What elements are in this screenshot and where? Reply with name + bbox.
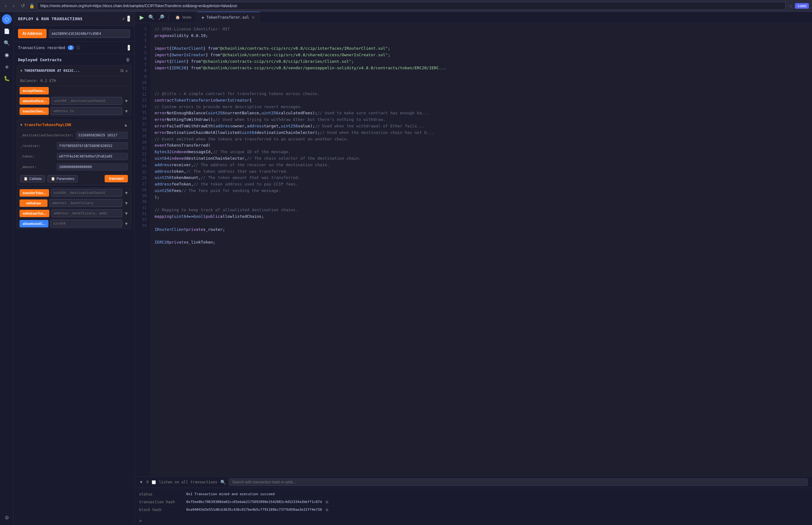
more-functions-section: transferToke... ▼ withdraw ▼ withdrawTok…	[17, 187, 131, 229]
contract-name: TOKENTRANSFEROR AT 0X22C...	[24, 69, 118, 73]
info-icon[interactable]: ⓘ	[76, 45, 80, 50]
run-button[interactable]: ▶	[138, 14, 146, 21]
transfer-toke-input[interactable]	[51, 189, 122, 197]
deployed-contracts-header: Deployed Contracts 🗑	[14, 54, 135, 65]
withdraw-button[interactable]: withdraw	[19, 199, 47, 207]
deploy-icon-button[interactable]: ◉	[2, 50, 12, 60]
contract-copy-icon[interactable]: ⧉	[121, 68, 124, 73]
status-row: status 0x1 Transaction mined and executi…	[139, 491, 808, 498]
magnify-button[interactable]: 🔎	[157, 14, 166, 20]
lock-icon: 🔒	[29, 3, 34, 9]
withdraw-tok-button[interactable]: withdrawTok...	[19, 210, 49, 217]
code-line: uint64 indexed destinationChainSelector,…	[150, 155, 812, 162]
plugin-icon-button[interactable]: ◈	[2, 61, 12, 72]
tx-results: status 0x1 Transaction mined and executi…	[135, 488, 812, 516]
search-code-button[interactable]: 🔍	[147, 14, 156, 20]
deploy-header: DEPLOY & RUN TRANSACTIONS ✓ ›	[14, 12, 135, 26]
code-line: error NotEnoughBalance(uint256 currentBa…	[150, 110, 812, 117]
withdraw-tok-input[interactable]	[51, 209, 123, 217]
contract-close-icon[interactable]: ✕	[125, 68, 128, 73]
at-address-button[interactable]: At Address	[18, 29, 47, 38]
tx-search-icon[interactable]: 🔍	[220, 480, 226, 485]
code-line	[150, 201, 812, 207]
param-amount-label: _amount:	[20, 165, 54, 169]
browser-bar: ‹ › ↺ 🔒 ☆ same	[0, 0, 812, 12]
tx-hash-copy-button[interactable]: ⧉	[326, 500, 328, 504]
withdraw-expand[interactable]: ▼	[124, 201, 128, 206]
parameters-button[interactable]: 📋 Parameters	[47, 175, 78, 182]
transfer-own-expand[interactable]: ▼	[124, 109, 128, 114]
at-address-input[interactable]	[49, 30, 130, 38]
tx-search-input[interactable]	[229, 478, 808, 486]
allowlisted-c-input[interactable]	[50, 220, 122, 227]
allowlisted-c-expand[interactable]: ▼	[124, 221, 128, 226]
withdraw-input[interactable]	[49, 199, 122, 207]
code-line: // Event emitted when the tokens are tra…	[150, 136, 812, 142]
accept-owner-button[interactable]: acceptOwne...	[19, 87, 49, 94]
search-icon-button[interactable]: 🔍	[2, 38, 12, 48]
deploy-expand-button[interactable]: ›	[127, 16, 130, 22]
param-receiver-input[interactable]	[57, 142, 128, 149]
transaction-count-badge: 2	[68, 45, 74, 50]
settings-icon-button[interactable]: ⚙	[2, 513, 12, 523]
bottom-prompt[interactable]: >	[135, 516, 812, 525]
check-icon: ✓	[122, 16, 125, 21]
bookmark-icon[interactable]: ☆	[789, 3, 793, 9]
files-icon-button[interactable]: 📄	[2, 26, 12, 36]
tab-close-button[interactable]: ✕	[251, 15, 255, 20]
param-receiver-row: _receiver:	[17, 141, 131, 151]
code-line: // Mapping to keep track of allowlisted …	[150, 207, 812, 213]
line-numbers: 1234567891011121314151617181920212223242…	[135, 23, 150, 476]
param-token-input[interactable]	[57, 153, 128, 160]
transfer-own-input[interactable]	[51, 107, 122, 115]
transactions-label: Transactions recorded	[18, 46, 65, 50]
transfer-title: transferTokensPayLINK	[24, 123, 122, 127]
transfer-tokens-header[interactable]: ▼ transferTokensPayLINK ▲	[17, 120, 131, 130]
transfer-toke-button[interactable]: transferToke...	[19, 189, 49, 197]
transfer-collapse-button[interactable]: ▲	[124, 122, 128, 127]
contract-instance: ▼ TOKENTRANSFEROR AT 0X22C... ⧉ ✕ Balanc…	[17, 65, 131, 117]
withdraw-tok-row: withdrawTok... ▼	[17, 208, 131, 219]
param-destination-chain-input[interactable]	[76, 132, 128, 139]
allowlist-dest-input[interactable]	[51, 97, 122, 105]
deploy-title: DEPLOY & RUN TRANSACTIONS	[18, 16, 120, 21]
allowlist-dest-button[interactable]: allowlistDest...	[19, 97, 49, 105]
allowlist-dest-expand[interactable]: ▼	[124, 99, 128, 103]
debug-icon-button[interactable]: 🐛	[2, 73, 12, 83]
transfer-toke-expand[interactable]: ▼	[124, 191, 128, 195]
back-button[interactable]: ‹	[3, 2, 9, 9]
transfer-own-button[interactable]: transferOwn...	[19, 107, 49, 115]
refresh-button[interactable]: ↺	[19, 2, 27, 9]
param-destination-chain-row: _destinationChainSelector:	[17, 130, 131, 141]
tab-home[interactable]: 🏠 Home	[171, 12, 196, 23]
withdraw-row: withdraw ▼	[17, 198, 131, 208]
code-line	[150, 220, 812, 226]
contract-instance-header[interactable]: ▼ TOKENTRANSFEROR AT 0X22C... ⧉ ✕	[17, 65, 131, 76]
transact-button[interactable]: transact	[105, 175, 128, 182]
param-amount-input[interactable]	[57, 163, 128, 170]
block-hash-copy-button[interactable]: ⧉	[326, 508, 328, 512]
home-tab-label: Home	[183, 15, 191, 19]
code-line	[150, 72, 812, 78]
withdraw-tok-expand[interactable]: ▼	[124, 211, 128, 216]
allowlisted-c-button[interactable]: allowlistedC...	[19, 220, 48, 227]
at-address-section: At Address	[14, 26, 135, 42]
app-container: ⬡ 📄 🔍 ◉ ◈ 🐛 ⚙ DEPLOY & RUN TRANSACTIONS …	[0, 12, 812, 525]
transfer-chevron-icon: ▼	[20, 123, 22, 127]
transactions-expand-button[interactable]: ›	[128, 45, 130, 51]
code-line: error NothingToWithdraw(); // Used when …	[150, 117, 812, 123]
tab-token-transferor[interactable]: ◈ TokenTransferor.sol ✕	[198, 12, 260, 23]
code-scroll[interactable]: // SPDX-License-Identifier: MITpragma so…	[150, 23, 812, 476]
listen-checkbox[interactable]	[152, 480, 156, 484]
trash-icon[interactable]: 🗑	[126, 57, 130, 62]
code-line: error FailedToWithdrawEth(address owner,…	[150, 123, 812, 130]
brand-icon-button[interactable]: ⬡	[2, 14, 12, 24]
url-bar[interactable]	[37, 2, 786, 10]
forward-button[interactable]: ›	[11, 2, 16, 9]
calldata-label: Calldata	[29, 177, 42, 180]
bottom-collapse-button[interactable]: ▼	[139, 480, 143, 485]
action-row: 📋 Calldata 📋 Parameters transact	[17, 172, 131, 185]
param-amount-row: _amount:	[17, 162, 131, 172]
calldata-button[interactable]: 📋 Calldata	[20, 175, 45, 182]
discord-badge[interactable]: same	[795, 3, 809, 9]
